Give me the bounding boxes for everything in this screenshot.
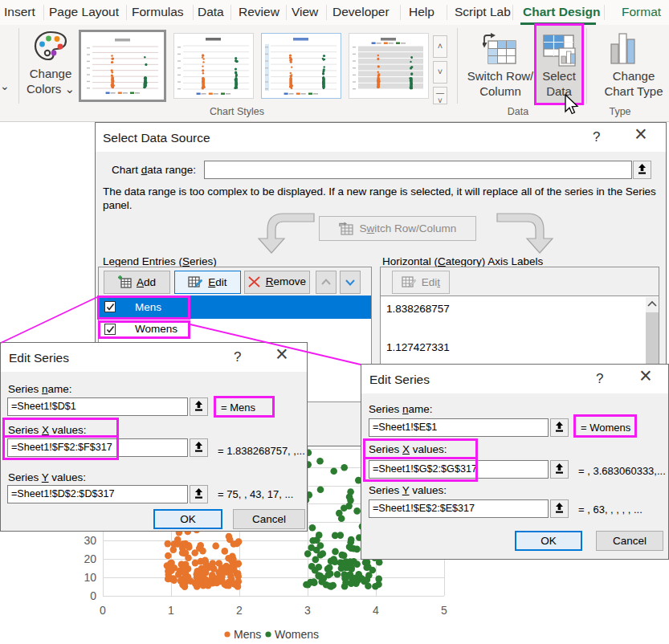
svg-text:20: 20: [84, 552, 96, 565]
svg-text:2: 2: [236, 604, 243, 617]
svg-text:0: 0: [90, 589, 96, 602]
svg-text:Mens: Mens: [234, 628, 261, 641]
svg-text:10: 10: [84, 571, 96, 584]
svg-text:0: 0: [100, 604, 106, 617]
svg-text:Womens: Womens: [275, 628, 319, 641]
svg-text:3: 3: [304, 604, 311, 617]
svg-text:1: 1: [168, 604, 174, 617]
svg-text:4: 4: [373, 604, 379, 617]
svg-text:5: 5: [441, 604, 447, 617]
svg-text:30: 30: [84, 534, 96, 547]
